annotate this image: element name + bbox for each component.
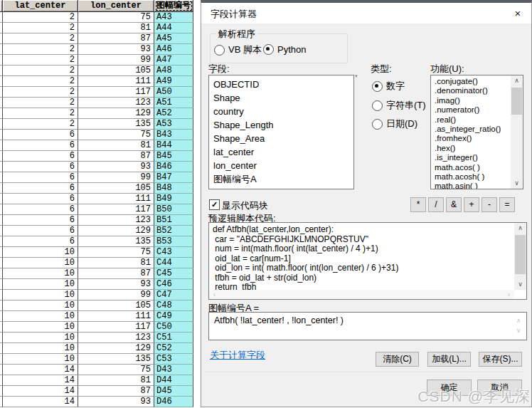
- function-list-item[interactable]: .conjugate(): [435, 77, 511, 86]
- cell-tufubianhao[interactable]: C53: [154, 354, 193, 365]
- cell-tufubianhao[interactable]: D44: [154, 375, 193, 386]
- function-list-item[interactable]: .numerator(): [435, 105, 511, 115]
- functions-listbox[interactable]: .conjugate() .denominator() .imag() .num…: [430, 75, 523, 189]
- operator-multiply-button[interactable]: *: [410, 197, 426, 212]
- cell-lat-center[interactable]: 2: [3, 98, 78, 108]
- table-row[interactable]: 10 111 C49: [0, 311, 201, 322]
- table-row[interactable]: 10 87 C45: [0, 268, 201, 279]
- cell-lon-center[interactable]: 81: [78, 140, 154, 151]
- cell-lon-center[interactable]: 93: [78, 279, 154, 290]
- cell-lat-center[interactable]: 2: [3, 87, 78, 98]
- cell-lat-center[interactable]: 14: [3, 386, 78, 397]
- cell-lat-center[interactable]: 2: [3, 76, 78, 87]
- cell-tufubianhao[interactable]: D43: [154, 365, 193, 375]
- cell-lat-center[interactable]: 10: [3, 343, 78, 354]
- cell-tufubianhao[interactable]: A46: [154, 44, 193, 55]
- table-row[interactable]: 2 123 A51: [0, 98, 201, 108]
- table-row[interactable]: 10 75 C43: [0, 247, 201, 258]
- cell-tufubianhao[interactable]: B53: [154, 236, 193, 247]
- field-list-item[interactable]: lon_center: [213, 159, 353, 172]
- cell-lat-center[interactable]: 10: [3, 247, 78, 258]
- cell-lon-center[interactable]: 75: [78, 365, 154, 375]
- function-list-item[interactable]: .imag(): [435, 96, 511, 105]
- cell-tufubianhao[interactable]: B43: [154, 130, 193, 140]
- table-row[interactable]: 6 123 B51: [0, 215, 201, 226]
- cell-lon-center[interactable]: 87: [78, 151, 154, 162]
- clear-button[interactable]: 清除(C): [376, 352, 419, 367]
- cell-lat-center[interactable]: 10: [3, 354, 78, 365]
- cell-lon-center[interactable]: 135: [78, 236, 154, 247]
- cell-tufubianhao[interactable]: C49: [154, 311, 193, 322]
- cell-tufubianhao[interactable]: B44: [154, 140, 193, 151]
- parser-radio-vb[interactable]: VB 脚本: [214, 43, 262, 56]
- cell-tufubianhao[interactable]: B50: [154, 204, 193, 215]
- cell-lon-center[interactable]: 93: [78, 162, 154, 172]
- radio-number-icon[interactable]: [372, 81, 383, 92]
- cell-lon-center[interactable]: 123: [78, 333, 154, 343]
- cell-lat-center[interactable]: 6: [3, 151, 78, 162]
- cell-lon-center[interactable]: 99: [78, 172, 154, 183]
- cell-lat-center[interactable]: 6: [3, 183, 78, 194]
- table-row[interactable]: 6 135 B53: [0, 236, 201, 247]
- table-row[interactable]: 10 81 C44: [0, 258, 201, 268]
- cell-lon-center[interactable]: 87: [78, 386, 154, 397]
- type-radio-number[interactable]: 数字: [372, 80, 405, 93]
- expression-scroll-arrows[interactable]: ∧ ∨: [514, 315, 523, 335]
- table-row[interactable]: 10 105 C48: [0, 300, 201, 311]
- table-row[interactable]: 10 129 C52: [0, 343, 201, 354]
- expression-input[interactable]: Atfbh( !lat_center! , !lon_center! ) ∧ ∨: [208, 312, 527, 340]
- cell-lat-center[interactable]: 10: [3, 268, 78, 279]
- table-row[interactable]: 2 99 A47: [0, 55, 201, 66]
- cell-lat-center[interactable]: 10: [3, 300, 78, 311]
- scroll-up-icon[interactable]: ∧: [514, 223, 526, 234]
- cell-tufubianhao[interactable]: C51: [154, 333, 193, 343]
- column-header-lon-center[interactable]: lon_center: [78, 0, 154, 12]
- table-row[interactable]: 6 81 B44: [0, 140, 201, 151]
- table-row[interactable]: 14 81 D44: [0, 375, 201, 386]
- cell-tufubianhao[interactable]: C46: [154, 279, 193, 290]
- cell-lat-center[interactable]: 2: [3, 33, 78, 44]
- cell-lat-center[interactable]: 10: [3, 290, 78, 300]
- cell-tufubianhao[interactable]: B48: [154, 183, 193, 194]
- table-row[interactable]: 14 87 D45: [0, 386, 201, 397]
- function-list-item[interactable]: .fromhex(): [435, 134, 511, 143]
- cell-lat-center[interactable]: 10: [3, 333, 78, 343]
- cell-lat-center[interactable]: 2: [3, 66, 78, 76]
- cell-tufubianhao[interactable]: A52: [154, 108, 193, 119]
- cell-lat-center[interactable]: 6: [3, 130, 78, 140]
- cell-tufubianhao[interactable]: B46: [154, 162, 193, 172]
- cell-lon-center[interactable]: 117: [78, 87, 154, 98]
- cell-tufubianhao[interactable]: A49: [154, 76, 193, 87]
- cell-lon-center[interactable]: 105: [78, 66, 154, 76]
- scrollbar-thumb[interactable]: [515, 235, 526, 274]
- cell-lon-center[interactable]: 123: [78, 98, 154, 108]
- table-row[interactable]: 6 93 B46: [0, 162, 201, 172]
- code-horizontal-scrollbar[interactable]: ‹ ›: [209, 290, 514, 299]
- cell-lat-center[interactable]: 6: [3, 162, 78, 172]
- cell-lon-center[interactable]: 111: [78, 194, 154, 204]
- table-row[interactable]: 6 129 B52: [0, 226, 201, 236]
- cell-lon-center[interactable]: 93: [78, 397, 154, 407]
- functions-scrollbar[interactable]: ∧ ∨: [511, 75, 523, 189]
- cell-lat-center[interactable]: 10: [3, 322, 78, 333]
- save-button[interactable]: 保存(S)...: [479, 352, 522, 367]
- function-list-item[interactable]: .hex(): [435, 144, 511, 153]
- cell-tufubianhao[interactable]: A51: [154, 98, 193, 108]
- code-vertical-scrollbar[interactable]: ∧ ∨: [514, 223, 526, 290]
- cell-tufubianhao[interactable]: B47: [154, 172, 193, 183]
- cell-lon-center[interactable]: 75: [78, 130, 154, 140]
- scroll-down-icon[interactable]: ∨: [511, 178, 523, 189]
- cell-lon-center[interactable]: 129: [78, 108, 154, 119]
- cell-lon-center[interactable]: 135: [78, 354, 154, 365]
- cell-lat-center[interactable]: 14: [3, 375, 78, 386]
- table-row[interactable]: 10 99 C47: [0, 290, 201, 300]
- radio-python-icon[interactable]: [263, 44, 274, 55]
- scroll-up-icon[interactable]: ∧: [514, 315, 523, 325]
- cell-tufubianhao[interactable]: C44: [154, 258, 193, 268]
- cell-lon-center[interactable]: 93: [78, 44, 154, 55]
- cell-tufubianhao[interactable]: D46: [154, 397, 193, 407]
- cell-tufubianhao[interactable]: B51: [154, 215, 193, 226]
- table-row[interactable]: 6 111 B49: [0, 194, 201, 204]
- table-row[interactable]: 6 99 B47: [0, 172, 201, 183]
- operator-plus-button[interactable]: +: [464, 197, 479, 212]
